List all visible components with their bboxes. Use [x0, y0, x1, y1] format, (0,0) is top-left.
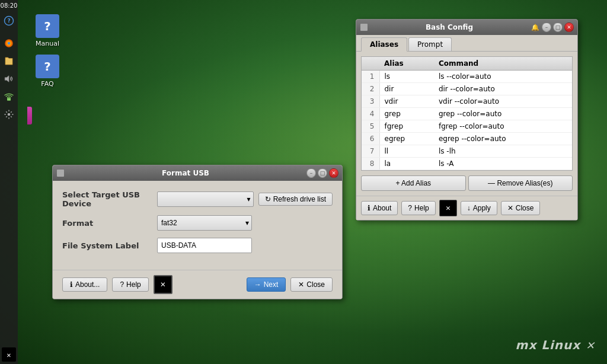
bash-apply-button[interactable]: ↓ Apply	[461, 201, 497, 215]
bash-help-button[interactable]: ? Help	[401, 201, 435, 215]
svg-text:✕: ✕	[160, 280, 166, 289]
bash-apply-label: Apply	[473, 204, 491, 212]
row-num: 7	[362, 145, 379, 158]
faq-icon-img: ?	[36, 55, 59, 78]
close-x-icon: ✕	[298, 280, 304, 289]
bash-config-titlebar[interactable]: Bash Config 🔔 – □ ✕	[356, 20, 577, 35]
col-alias: Alias	[379, 57, 434, 71]
titlebar-left	[56, 169, 65, 177]
taskbar-left: 08:20 ?	[0, 0, 18, 364]
row-command: vdir --color=auto	[434, 95, 572, 108]
table-row[interactable]: 1 ls ls --color=auto	[362, 71, 572, 83]
bash-close-label: Close	[516, 204, 534, 212]
next-button[interactable]: → Next	[247, 277, 286, 292]
row-alias: vdir	[379, 95, 434, 108]
table-row[interactable]: 5 fgrep fgrep --color=auto	[362, 120, 572, 133]
alias-table-container[interactable]: Alias Command 1 ls ls --color=auto 2 dir…	[361, 56, 573, 171]
alias-actions: + Add Alias — Remove Alias(es)	[361, 175, 573, 191]
filesystem-label-row: File System Label	[62, 238, 333, 253]
row-num: 4	[362, 108, 379, 120]
svg-text:✕: ✕	[445, 205, 451, 212]
add-alias-button[interactable]: + Add Alias	[361, 175, 466, 191]
bash-config-footer: ℹ About ? Help ✕ ↓ Apply ✕ Close	[356, 196, 577, 220]
table-row[interactable]: 6 egrep egrep --color=auto	[362, 133, 572, 145]
desktop-icon-manual[interactable]: ? Manual	[28, 12, 66, 50]
table-row[interactable]: 3 vdir vdir --color=auto	[362, 95, 572, 108]
bash-close-icon: ✕	[507, 204, 513, 212]
svg-text:?: ?	[7, 18, 10, 24]
row-num: 2	[362, 83, 379, 95]
desktop-icon-faq[interactable]: ? FAQ	[28, 52, 66, 90]
svg-text:?: ?	[44, 60, 50, 74]
row-alias: grep	[379, 108, 434, 120]
row-command: grep --color=auto	[434, 108, 572, 120]
refresh-drive-button[interactable]: ↻ Refresh drive list	[258, 193, 333, 206]
svg-rect-15	[360, 24, 368, 31]
bash-minimize-button[interactable]: –	[542, 23, 551, 32]
svg-rect-13	[57, 170, 64, 177]
table-row[interactable]: 7 ll ls -lh	[362, 145, 572, 158]
mx-branding: mx Linux ✕	[516, 337, 595, 352]
maximize-button[interactable]: □	[318, 168, 327, 178]
minimize-button[interactable]: –	[306, 168, 316, 178]
row-command: dir --color=auto	[434, 83, 572, 95]
target-device-select[interactable]	[157, 191, 254, 207]
taskbar-files-icon[interactable]	[2, 54, 16, 68]
format-usb-content: Select Target USB Device ↻ Refresh drive…	[53, 181, 342, 270]
tab-prompt[interactable]: Prompt	[408, 37, 452, 51]
svg-text:?: ?	[44, 20, 50, 33]
mx-logo-button[interactable]: ✕	[154, 275, 172, 294]
format-usb-title: Format USB	[65, 169, 306, 177]
about-button[interactable]: ℹ About...	[62, 277, 107, 292]
format-usb-titlebar[interactable]: Format USB – □ ✕	[53, 165, 342, 181]
format-label: Format	[62, 219, 157, 228]
help-button[interactable]: ? Help	[112, 277, 148, 292]
row-command: ls -lh	[434, 145, 572, 158]
remove-alias-button[interactable]: — Remove Alias(es)	[468, 175, 573, 191]
taskbar-settings-icon[interactable]	[2, 107, 16, 122]
table-row[interactable]: 2 dir dir --color=auto	[362, 83, 572, 95]
help-icon: ?	[120, 280, 124, 289]
row-num: 6	[362, 133, 379, 145]
taskbar-firefox-icon[interactable]	[2, 36, 16, 50]
format-row: Format fat32	[62, 215, 333, 231]
filesystem-label-input[interactable]	[157, 238, 252, 253]
tabs-bar: Aliases Prompt	[356, 35, 577, 52]
table-row[interactable]: 8 la ls -A	[362, 158, 572, 170]
remove-alias-label: — Remove Alias(es)	[488, 179, 552, 187]
tab-aliases[interactable]: Aliases	[361, 37, 407, 52]
info-icon: ℹ	[70, 280, 73, 289]
taskbar-mx-icon[interactable]: ✕	[2, 347, 16, 362]
close-button[interactable]: ✕ Close	[290, 277, 333, 292]
target-device-select-wrapper	[157, 191, 254, 207]
taskbar-network-icon[interactable]	[2, 90, 16, 104]
apply-icon: ↓	[467, 204, 471, 212]
window-controls: – □ ✕	[306, 168, 338, 178]
bash-close-x-button[interactable]: ✕	[564, 23, 574, 32]
bash-mx-logo-button[interactable]: ✕	[439, 200, 457, 216]
taskbar-volume-icon[interactable]	[2, 72, 16, 86]
manual-icon-img: ?	[36, 14, 59, 38]
faq-icon-label: FAQ	[41, 80, 53, 88]
format-select[interactable]: fat32	[157, 215, 252, 231]
row-num: 1	[362, 71, 379, 83]
svg-point-7	[8, 113, 11, 116]
desktop: 08:20 ?	[0, 0, 607, 364]
svg-point-4	[8, 42, 11, 45]
bash-window-controls: 🔔 – □ ✕	[531, 23, 574, 32]
bash-close-button[interactable]: ✕ Close	[501, 201, 541, 215]
taskbar-manual-icon[interactable]: ?	[2, 14, 16, 28]
col-command: Command	[434, 57, 572, 71]
table-row[interactable]: 4 grep grep --color=auto	[362, 108, 572, 120]
row-command: ls -A	[434, 158, 572, 170]
bash-about-button[interactable]: ℹ About	[361, 201, 398, 215]
row-alias: fgrep	[379, 120, 434, 133]
close-x-button[interactable]: ✕	[329, 168, 338, 178]
bash-titlebar-left	[360, 23, 368, 31]
refresh-icon: ↻	[265, 195, 271, 203]
about-btn-label: About...	[75, 280, 100, 289]
bash-maximize-button[interactable]: □	[553, 23, 563, 32]
next-btn-label: Next	[264, 280, 279, 289]
svg-text:✕: ✕	[7, 352, 11, 359]
row-command: fgrep --color=auto	[434, 120, 572, 133]
